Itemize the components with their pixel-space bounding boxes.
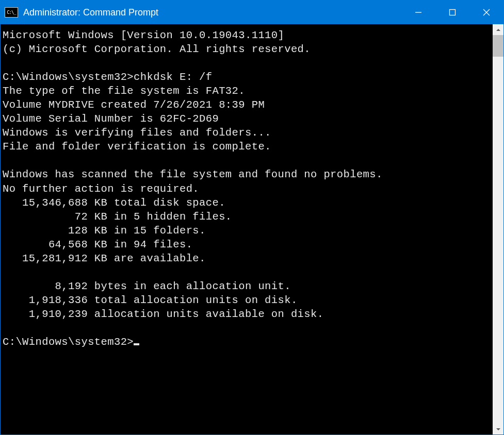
maximize-button[interactable] <box>435 1 469 24</box>
output-line: The type of the file system is FAT32. <box>3 85 245 97</box>
chevron-down-icon <box>496 427 501 432</box>
output-line: 128 KB in 15 folders. <box>3 225 206 237</box>
output-line: Microsoft Windows [Version 10.0.19043.11… <box>3 29 284 41</box>
output-line: 72 KB in 5 hidden files. <box>3 211 232 223</box>
minimize-icon <box>415 9 422 16</box>
output-line: Volume MYDRIVE created 7/26/2021 8:39 PM <box>3 99 265 111</box>
output-line: No further action is required. <box>3 183 199 195</box>
window-controls <box>401 1 503 24</box>
terminal-output[interactable]: Microsoft Windows [Version 10.0.19043.11… <box>1 24 493 434</box>
output-line: 1,918,336 total allocation units on disk… <box>3 294 298 306</box>
minimize-button[interactable] <box>401 1 435 24</box>
output-line: Windows has scanned the file system and … <box>3 169 383 180</box>
output-line: 15,346,688 KB total disk space. <box>3 197 225 209</box>
scroll-up-button[interactable] <box>493 24 503 35</box>
scroll-track[interactable] <box>493 35 503 424</box>
output-line: Windows is verifying files and folders..… <box>3 127 271 139</box>
output-line: Volume Serial Number is 62FC-2D69 <box>3 113 219 125</box>
command-prompt-window: C:\_ Administrator: Command Prompt Micro… <box>0 0 504 435</box>
app-icon: C:\_ <box>5 7 18 18</box>
vertical-scrollbar[interactable] <box>493 24 503 434</box>
scroll-thumb[interactable] <box>493 35 503 57</box>
svg-rect-1 <box>450 10 456 15</box>
content-area: Microsoft Windows [Version 10.0.19043.11… <box>1 24 503 434</box>
prompt: C:\Windows\system32> <box>3 336 134 348</box>
output-line: (c) Microsoft Corporation. All rights re… <box>3 43 311 55</box>
output-line: 64,568 KB in 94 files. <box>3 239 192 250</box>
cursor <box>134 343 139 345</box>
output-line: File and folder verification is complete… <box>3 141 271 153</box>
chevron-up-icon <box>496 27 501 32</box>
maximize-icon <box>449 9 456 16</box>
output-line: 15,281,912 KB are available. <box>3 253 206 264</box>
output-line: 1,910,239 allocation units available on … <box>3 308 323 320</box>
output-line: C:\Windows\system32>chkdsk E: /f <box>3 71 212 83</box>
scroll-down-button[interactable] <box>493 424 503 434</box>
output-line: 8,192 bytes in each allocation unit. <box>3 280 291 292</box>
window-title: Administrator: Command Prompt <box>23 7 158 18</box>
close-icon <box>483 9 490 16</box>
titlebar[interactable]: C:\_ Administrator: Command Prompt <box>1 1 503 24</box>
close-button[interactable] <box>469 1 503 24</box>
